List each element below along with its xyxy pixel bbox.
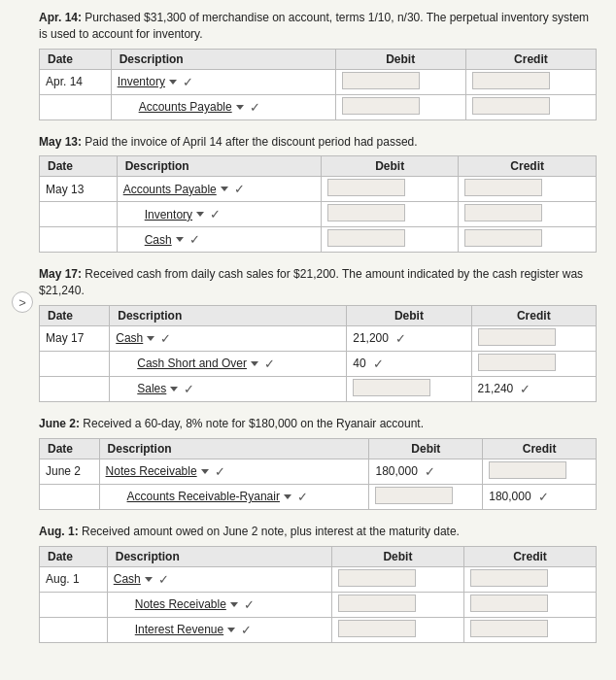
chevron-down-icon (147, 336, 154, 341)
table-row: June 2 Notes Receivable ✓ 180,000 ✓ (40, 459, 597, 484)
date-cell (40, 617, 108, 642)
may13-table: Date Description Debit Credit May 13 Acc… (39, 155, 597, 253)
check-icon: ✓ (234, 182, 245, 196)
chevron-down-icon (176, 237, 184, 242)
table-row: May 13 Accounts Payable ✓ (40, 177, 597, 202)
may17-intro: May 17: Received cash from daily cash sa… (39, 266, 597, 299)
check-icon: ✓ (425, 464, 435, 479)
credit-cell[interactable] (463, 592, 596, 617)
section-aug1: Aug. 1: Received amount owed on June 2 n… (39, 524, 597, 643)
debit-cell: 21,200 ✓ (347, 325, 471, 351)
chevron-down-icon (227, 628, 235, 632)
inventory-dropdown[interactable]: Inventory (118, 75, 177, 88)
accounts-payable-dropdown[interactable]: Accounts Payable (123, 183, 228, 196)
interest-revenue-dropdown[interactable]: Interest Revenue (135, 623, 235, 636)
debit-cell: 40 ✓ (347, 351, 471, 376)
notes-receivable-dropdown[interactable]: Notes Receivable (135, 597, 238, 611)
debit-cell[interactable] (321, 227, 459, 253)
col-description: Description (110, 305, 347, 325)
debit-cell[interactable] (321, 177, 459, 202)
table-row: Accounts Payable ✓ (40, 94, 597, 119)
date-cell: May 17 (40, 325, 110, 351)
col-date: Date (40, 546, 108, 566)
desc-cell: Inventory ✓ (111, 69, 335, 94)
check-icon: ✓ (215, 464, 225, 479)
check-icon: ✓ (158, 572, 169, 587)
cash-dropdown[interactable]: Cash (116, 331, 154, 345)
credit-cell[interactable] (471, 351, 596, 376)
desc-cell: Cash Short and Over ✓ (110, 351, 347, 376)
nav-left-arrow[interactable]: > (12, 291, 33, 313)
credit-cell[interactable] (463, 566, 596, 592)
col-credit: Credit (463, 546, 596, 566)
debit-cell[interactable] (331, 617, 463, 642)
col-credit: Credit (483, 438, 597, 459)
credit-cell[interactable] (459, 202, 597, 227)
date-cell (40, 484, 100, 509)
chevron-down-icon (145, 577, 153, 582)
debit-value: 180,000 (375, 464, 417, 478)
check-icon: ✓ (184, 382, 194, 396)
desc-cell: Cash ✓ (110, 325, 347, 351)
table-row: Sales ✓ 21,240 ✓ (40, 376, 597, 401)
debit-cell[interactable] (347, 376, 471, 401)
accounts-receivable-ryanair-dropdown[interactable]: Accounts Receivable-Ryanair (127, 490, 291, 503)
jun2-table: Date Description Debit Credit June 2 Not… (39, 438, 597, 510)
date-cell: Aug. 1 (40, 566, 108, 592)
chevron-down-icon (221, 187, 228, 191)
table-row: Notes Receivable ✓ (40, 592, 597, 617)
col-debit: Debit (321, 156, 459, 177)
col-description: Description (107, 546, 331, 566)
apr14-intro: Apr. 14: Purchased $31,300 of merchandis… (39, 10, 597, 43)
table-row: Interest Revenue ✓ (40, 617, 597, 642)
debit-cell[interactable] (321, 202, 459, 227)
credit-cell[interactable] (463, 617, 596, 642)
chevron-down-icon (230, 602, 238, 607)
desc-cell: Interest Revenue ✓ (107, 617, 331, 642)
credit-value: 180,000 (489, 490, 530, 503)
desc-cell: Inventory ✓ (117, 202, 321, 227)
col-debit: Debit (335, 49, 465, 69)
section-apr14: Apr. 14: Purchased $31,300 of merchandis… (39, 10, 597, 120)
section-may17: May 17: Received cash from daily cash sa… (39, 266, 597, 402)
credit-cell[interactable] (465, 94, 596, 119)
accounts-payable-dropdown[interactable]: Accounts Payable (139, 100, 244, 114)
debit-cell[interactable] (331, 566, 463, 592)
aug1-table: Date Description Debit Credit Aug. 1 Cas… (39, 546, 597, 643)
table-row: May 17 Cash ✓ 21,200 ✓ (40, 325, 597, 351)
check-icon: ✓ (250, 100, 260, 115)
col-debit: Debit (369, 438, 483, 459)
check-icon: ✓ (189, 232, 200, 247)
debit-value: 40 (353, 357, 365, 370)
debit-cell[interactable] (331, 592, 463, 617)
may17-table: Date Description Debit Credit May 17 Cas… (39, 305, 597, 402)
col-description: Description (117, 156, 321, 177)
check-icon: ✓ (264, 357, 275, 371)
date-cell (40, 94, 112, 119)
desc-cell: Accounts Payable ✓ (111, 94, 335, 119)
cash-dropdown[interactable]: Cash (145, 233, 184, 247)
chevron-right-icon: > (18, 295, 26, 310)
desc-cell: Notes Receivable ✓ (107, 592, 331, 617)
credit-cell[interactable] (465, 69, 596, 94)
chevron-down-icon (169, 80, 177, 85)
inventory-dropdown[interactable]: Inventory (145, 208, 204, 221)
debit-value: 21,200 (353, 331, 389, 345)
col-description: Description (99, 438, 369, 459)
cash-dropdown[interactable]: Cash (114, 572, 153, 586)
cash-short-over-dropdown[interactable]: Cash Short and Over (137, 357, 258, 370)
credit-cell[interactable] (483, 459, 597, 484)
col-date: Date (40, 49, 112, 69)
date-cell (40, 376, 110, 401)
check-icon: ✓ (244, 597, 255, 612)
debit-cell[interactable] (335, 94, 465, 119)
notes-receivable-dropdown[interactable]: Notes Receivable (106, 464, 209, 478)
debit-cell[interactable] (335, 69, 465, 94)
check-icon: ✓ (520, 382, 530, 396)
check-icon: ✓ (183, 75, 193, 89)
credit-cell[interactable] (459, 177, 597, 202)
debit-cell[interactable] (369, 484, 483, 509)
credit-cell[interactable] (459, 227, 597, 253)
sales-dropdown[interactable]: Sales (137, 382, 178, 395)
credit-cell[interactable] (471, 325, 596, 351)
